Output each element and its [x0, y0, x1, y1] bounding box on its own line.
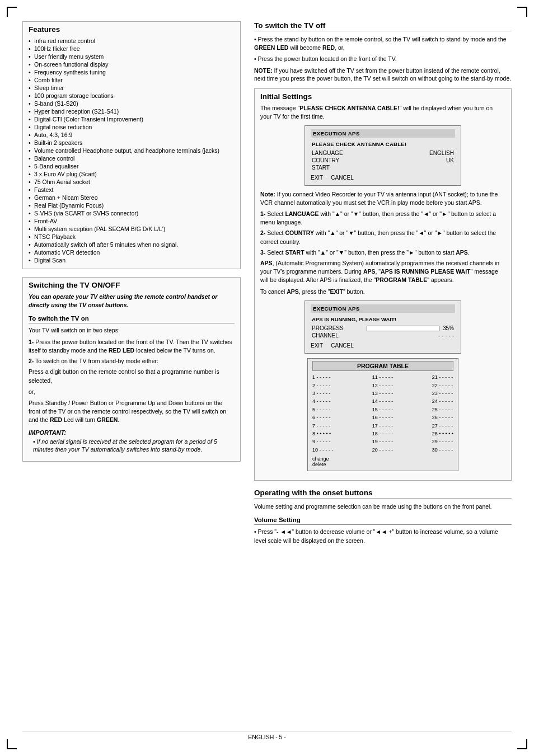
vcr-note: Note: If you connect Video Recorder to y… — [260, 190, 505, 206]
screen1: EXECUTION APS PLEASE CHECK ANTENNA CABLE… — [305, 125, 461, 186]
screen2-message: APS IS RUNNING, PLEASE WAIT! — [311, 315, 455, 325]
country-value: UK — [446, 157, 454, 163]
switch-off-title: To switch the TV off — [254, 21, 512, 31]
start-label: START — [312, 165, 330, 171]
init-step2: 2- Select COUNTRY with "▲" or "▼" button… — [260, 229, 505, 246]
page: Features Infra red remote control100Hz f… — [0, 0, 534, 756]
feature-item: Auto, 4:3, 16:9 — [29, 131, 235, 139]
feature-item: 100Hz flicker free — [29, 45, 235, 53]
switch-off-step1: • Press the stand-by button on the remot… — [254, 35, 512, 52]
feature-item: Automatically switch off after 5 minutes… — [29, 241, 235, 248]
operating-intro: Volume setting and programme selection c… — [254, 503, 512, 511]
footer-text: ENGLISH - 5 - — [248, 734, 286, 740]
corner-mark-tl — [7, 7, 17, 17]
screen2: EXECUTION APS APS IS RUNNING, PLEASE WAI… — [305, 300, 461, 354]
corner-mark-bl — [7, 739, 17, 749]
country-label: COUNTRY — [312, 157, 339, 163]
cancel-aps-text: To cancel APS, press the "EXIT" button. — [260, 288, 505, 296]
program-col2: 11 - - - - - 12 - - - - - 13 - - - - - 1… — [372, 373, 394, 454]
important-title: IMPORTANT: — [29, 429, 235, 436]
screen1-row-start: START — [311, 164, 455, 171]
main-content: Features Infra red remote control100Hz f… — [22, 21, 512, 548]
feature-item: Real Flat (Dynamic Focus) — [29, 201, 235, 209]
feature-item: Digital noise reduction — [29, 123, 235, 131]
screen1-row-language: LANGUAGE ENGLISH — [311, 149, 455, 157]
aps-text: APS, (Automatic Programming System) auto… — [260, 259, 505, 285]
left-column: Features Infra red remote control100Hz f… — [22, 21, 241, 548]
feature-item: Automatic VCR detection — [29, 248, 235, 256]
on-step2: 2- To switch on the TV from stand-by mod… — [29, 357, 235, 365]
feature-item: Built-in 2 speakers — [29, 139, 235, 147]
feature-item: S-VHS (via SCART or SVHS connector) — [29, 209, 235, 217]
initial-settings-section: Initial Settings The message "PLEASE CHE… — [254, 88, 512, 481]
feature-item: 5-Band equaliser — [29, 162, 235, 170]
switch-off-step2: • Press the power button located on the … — [254, 55, 512, 63]
features-title: Features — [29, 25, 235, 34]
channel-label: CHANNEL — [312, 332, 339, 339]
switch-off-note: NOTE: If you have switched off the TV se… — [254, 67, 512, 83]
feature-item: Balance control — [29, 154, 235, 162]
progress-bar-container: 35% — [367, 325, 454, 331]
feature-item: User friendly menu system — [29, 53, 235, 60]
feature-item: 3 x Euro AV plug (Scart) — [29, 170, 235, 178]
progress-bar-outer — [367, 326, 439, 331]
init-step3: 3- Select START with "▲" or "▼" button, … — [260, 248, 505, 257]
operating-title: Operating with the onset buttons — [254, 489, 512, 499]
screen2-actions: EXIT CANCEL — [311, 342, 455, 349]
switching-section: Switching the TV ON/OFF You can operate … — [22, 277, 241, 462]
features-list: Infra red remote control100Hz flicker fr… — [29, 37, 235, 264]
feature-item: Frequency synthesis tuning — [29, 68, 235, 76]
feature-item: Front-AV — [29, 217, 235, 225]
feature-item: Hyper band reception (S21-S41) — [29, 107, 235, 115]
feature-item: S-band (S1-S20) — [29, 100, 235, 107]
features-section: Features Infra red remote control100Hz f… — [22, 21, 241, 269]
screen1-actions: EXIT CANCEL — [311, 175, 455, 181]
feature-item: German + Nicam Stereo — [29, 194, 235, 201]
channel-value: - - - - - — [438, 332, 454, 339]
program-table-title: PROGRAM TABLE — [312, 361, 453, 371]
screen1-exit: EXIT — [311, 175, 323, 181]
initial-settings-intro: The message "PLEASE CHECK ANTENNA CABLE!… — [260, 104, 505, 121]
program-col1: 1 - - - - - 2 - - - - - 3 - - - - - 4 - … — [312, 373, 334, 454]
important-text: • If no aerial signal is received at the… — [29, 438, 235, 454]
feature-item: 100 program storage locations — [29, 92, 235, 100]
screen2-row-progress: PROGRESS 35% — [311, 325, 455, 332]
on-or: or, — [29, 388, 235, 396]
important-box: IMPORTANT: • If no aerial signal is rece… — [29, 429, 235, 454]
feature-item: Infra red remote control — [29, 37, 235, 45]
init-step1: 1- Select LANGUAGE with "▲" or "▼" butto… — [260, 210, 505, 227]
volume-title: Volume Setting — [254, 516, 512, 525]
feature-item: Sleep timer — [29, 84, 235, 92]
screen2-cancel: CANCEL — [331, 342, 354, 349]
feature-item: 75 Ohm Aerial socket — [29, 178, 235, 186]
screen2-row-channel: CHANNEL - - - - - — [311, 332, 455, 339]
screen2-exit: EXIT — [311, 342, 323, 349]
language-label: LANGUAGE — [312, 150, 343, 156]
volume-text: • Press "- ◄◄" button to decrease volume… — [254, 528, 512, 544]
program-table-box: PROGRAM TABLE 1 - - - - - 2 - - - - - 3 … — [307, 358, 458, 471]
screen1-row-country: COUNTRY UK — [311, 157, 455, 164]
switching-title: Switching the TV ON/OFF — [29, 281, 235, 289]
corner-mark-br — [517, 739, 527, 749]
feature-item: Multi system reception (PAL SECAM B/G D/… — [29, 225, 235, 233]
screen1-message: PLEASE CHECK ANTENNA CABLE! — [311, 140, 455, 149]
feature-item: Digital-CTI (Color Transient Improvement… — [29, 115, 235, 123]
page-footer: ENGLISH - 5 - — [22, 731, 512, 740]
feature-item: Digital Scan — [29, 256, 235, 264]
progress-label: PROGRESS — [312, 325, 344, 331]
feature-item: On-screen functional display — [29, 60, 235, 68]
initial-settings-title: Initial Settings — [260, 92, 505, 101]
on-title: To switch the TV on — [29, 315, 235, 323]
right-column: To switch the TV off • Press the stand-b… — [254, 21, 512, 548]
switching-subtitle: You can operate your TV either using the… — [29, 293, 235, 309]
screen2-header: EXECUTION APS — [311, 304, 455, 313]
program-col3: 21 - - - - - 22 - - - - - 23 - - - - - 2… — [432, 373, 453, 454]
feature-item: Volume controlled Headphone output, and … — [29, 147, 235, 154]
screen1-cancel: CANCEL — [331, 175, 354, 181]
corner-mark-tr — [517, 7, 527, 17]
feature-item: Comb filter — [29, 76, 235, 84]
on-intro: Your TV will switch on in two steps: — [29, 326, 235, 335]
on-step2b: Press Standby / Power Button or Programm… — [29, 399, 235, 425]
language-value: ENGLISH — [429, 150, 454, 156]
screen1-header: EXECUTION APS — [311, 129, 455, 138]
